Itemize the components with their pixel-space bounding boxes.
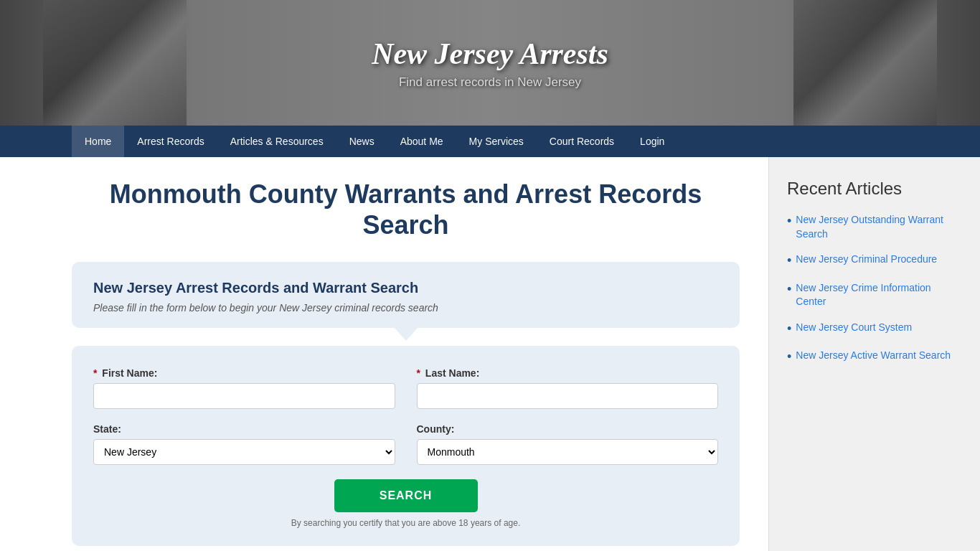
nav-link-home[interactable]: Home: [72, 126, 124, 157]
search-box-subtitle: Please fill in the form below to begin y…: [93, 302, 718, 314]
nav-item-login: Login: [627, 126, 677, 157]
county-label: County:: [417, 423, 719, 435]
state-label: State:: [93, 423, 395, 435]
nav-link-arrest-records[interactable]: Arrest Records: [124, 126, 217, 157]
content-area: Monmouth County Warrants and Arrest Reco…: [0, 157, 768, 551]
first-name-group: * First Name:: [93, 367, 395, 409]
state-group: State: New Jersey: [93, 423, 395, 465]
nav-item-about: About Me: [387, 126, 456, 157]
search-button[interactable]: SEARCH: [334, 479, 478, 512]
sidebar-item-5: • New Jersey Active Warrant Search: [787, 349, 962, 365]
sidebar: Recent Articles • New Jersey Outstanding…: [768, 157, 980, 551]
sidebar-articles-list: • New Jersey Outstanding Warrant Search …: [787, 213, 962, 366]
sidebar-link-4[interactable]: New Jersey Court System: [796, 321, 912, 335]
sidebar-link-5[interactable]: New Jersey Active Warrant Search: [796, 349, 951, 363]
county-select[interactable]: Monmouth: [417, 439, 719, 465]
county-group: County: Monmouth: [417, 423, 719, 465]
form-note: By searching you certify that you are ab…: [93, 518, 718, 528]
sidebar-item-2: • New Jersey Criminal Procedure: [787, 253, 962, 269]
banner-hands-left: [43, 0, 187, 126]
banner-title: New Jersey Arrests: [372, 37, 608, 71]
last-name-group: * Last Name:: [417, 367, 719, 409]
nav-item-home: Home: [72, 126, 124, 157]
search-description-box: New Jersey Arrest Records and Warrant Se…: [72, 262, 740, 328]
nav-item-news: News: [336, 126, 387, 157]
navigation: Home Arrest Records Articles & Resources…: [0, 126, 980, 157]
bullet-icon-4: •: [787, 321, 791, 337]
nav-item-articles: Articles & Resources: [217, 126, 336, 157]
nav-item-court: Court Records: [537, 126, 627, 157]
nav-link-news[interactable]: News: [336, 126, 387, 157]
banner: New Jersey Arrests Find arrest records i…: [0, 0, 980, 126]
nav-item-services: My Services: [456, 126, 537, 157]
bullet-icon-2: •: [787, 253, 791, 269]
sidebar-item-4: • New Jersey Court System: [787, 321, 962, 337]
last-name-label: * Last Name:: [417, 367, 719, 379]
first-name-label: * First Name:: [93, 367, 395, 379]
banner-text: New Jersey Arrests Find arrest records i…: [372, 37, 608, 90]
sidebar-link-2[interactable]: New Jersey Criminal Procedure: [796, 253, 937, 267]
first-name-required: *: [93, 367, 97, 379]
last-name-input[interactable]: [417, 383, 719, 409]
name-row: * First Name: * Last Name:: [93, 367, 718, 409]
sidebar-item-3: • New Jersey Crime Information Center: [787, 281, 962, 309]
search-form-container: * First Name: * Last Name: State:: [72, 346, 740, 546]
sidebar-item-1: • New Jersey Outstanding Warrant Search: [787, 213, 962, 241]
state-select[interactable]: New Jersey: [93, 439, 395, 465]
nav-link-articles[interactable]: Articles & Resources: [217, 126, 336, 157]
main-container: Monmouth County Warrants and Arrest Reco…: [0, 157, 980, 551]
search-box-arrow: [393, 326, 419, 341]
nav-link-about[interactable]: About Me: [387, 126, 456, 157]
sidebar-link-1[interactable]: New Jersey Outstanding Warrant Search: [796, 213, 962, 241]
page-title: Monmouth County Warrants and Arrest Reco…: [72, 179, 740, 240]
nav-link-services[interactable]: My Services: [456, 126, 537, 157]
last-name-required: *: [417, 367, 420, 379]
search-box-title: New Jersey Arrest Records and Warrant Se…: [93, 280, 718, 296]
sidebar-link-3[interactable]: New Jersey Crime Information Center: [796, 281, 962, 309]
location-row: State: New Jersey County: Monmouth: [93, 423, 718, 465]
nav-link-login[interactable]: Login: [627, 126, 677, 157]
banner-subtitle: Find arrest records in New Jersey: [372, 75, 608, 90]
nav-item-arrest-records: Arrest Records: [124, 126, 217, 157]
bullet-icon-1: •: [787, 213, 791, 230]
bullet-icon-5: •: [787, 349, 791, 365]
sidebar-title: Recent Articles: [787, 179, 962, 199]
first-name-input[interactable]: [93, 383, 395, 409]
nav-link-court[interactable]: Court Records: [537, 126, 627, 157]
banner-hands-right: [793, 0, 937, 126]
bullet-icon-3: •: [787, 281, 791, 298]
